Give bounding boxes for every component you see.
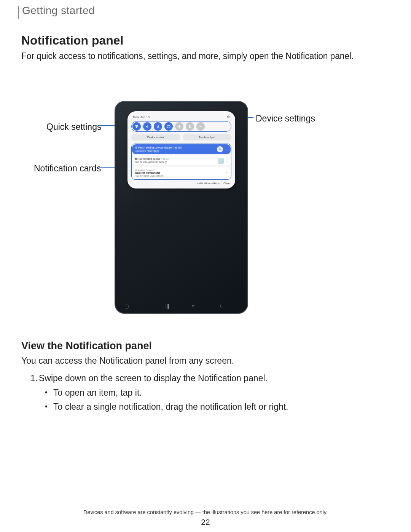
clear-button[interactable]: Clear [223, 182, 230, 185]
rotate-icon[interactable] [164, 122, 173, 131]
device-control-button[interactable]: Device control [131, 134, 180, 141]
instruction-list: 1.Swipe down on the screen to display th… [30, 372, 288, 414]
notification-cards-group: ⚙ Finish setting up your Galaxy Tab S6 J… [131, 144, 231, 180]
panel-date: Mon, Jun 13 [133, 115, 150, 119]
tablet-illustration: Mon, Jun 13 ⚙ [115, 101, 248, 314]
data-icon[interactable] [186, 122, 194, 131]
substep-text: To open an item, tap it. [53, 386, 288, 400]
notif-subtitle: Just a few more steps [135, 150, 228, 152]
callout-device-settings: Device settings [256, 113, 315, 124]
notification-panel: Mon, Jun 13 ⚙ [127, 111, 235, 189]
pencil-icon: ✎ [217, 146, 223, 152]
notif-title: USB for file transfer [135, 171, 228, 174]
tablet-nav-bar: ▢ ||| ○ 〈 [115, 303, 247, 309]
section-header: Getting started [22, 5, 95, 17]
quick-settings-row [131, 121, 231, 132]
notif-title: Finish setting up your Galaxy Tab S6 [138, 146, 182, 149]
screenshot-thumbnail [218, 158, 224, 164]
svg-point-0 [136, 127, 137, 128]
subsection-heading: View the Notification panel [21, 340, 152, 352]
intro-paragraph: For quick access to notifications, setti… [21, 50, 356, 62]
hotspot-icon[interactable] [196, 122, 205, 131]
cast-icon[interactable]: ▢ [124, 304, 131, 309]
callout-notification-cards: Notification cards [34, 163, 101, 174]
home-icon[interactable]: ○ [192, 304, 194, 309]
notif-subtitle: Tap for other USB options. [135, 174, 228, 177]
annotated-diagram: Quick settings Notification cards Device… [21, 100, 363, 317]
recents-icon[interactable]: ||| [166, 304, 169, 309]
notification-card[interactable]: 🖼 Screenshot saved 7:53 AM Tap here to o… [132, 156, 231, 165]
header-divider [18, 6, 19, 19]
chevron-down-icon: ⌄ [226, 159, 228, 162]
back-icon[interactable]: 〈 [217, 303, 222, 309]
notification-card[interactable]: ⚙ Finish setting up your Galaxy Tab S6 J… [132, 144, 231, 154]
sound-icon[interactable] [143, 122, 151, 131]
step-text: Swipe down on the screen to display the … [39, 373, 268, 383]
notif-subtitle: Tap here to open it in Gallery. [135, 161, 228, 163]
wifi-icon[interactable] [132, 122, 141, 131]
chevron-up-icon: ⌃ [226, 171, 228, 175]
page-number: 22 [0, 518, 411, 527]
svg-point-1 [200, 126, 201, 127]
gear-icon[interactable]: ⚙ [227, 115, 230, 119]
bluetooth-icon[interactable] [154, 122, 162, 131]
notification-settings-link[interactable]: Notification settings [197, 182, 220, 185]
media-output-button[interactable]: Media output [183, 134, 232, 141]
notification-card[interactable]: ⚙ Android System USB for file transfer T… [132, 167, 231, 179]
page-title: Notification panel [21, 34, 123, 48]
chevron-down-icon: ⌄ [226, 148, 228, 151]
notif-title: Screenshot saved [139, 158, 160, 160]
body-paragraph: You can access the Notification panel fr… [21, 355, 234, 367]
notif-time: 7:53 AM [161, 158, 169, 160]
disclaimer-footnote: Devices and software are constantly evol… [0, 509, 411, 515]
callout-quick-settings: Quick settings [46, 122, 101, 132]
airplane-icon[interactable] [175, 122, 183, 131]
substep-text: To clear a single notification, drag the… [53, 400, 288, 414]
